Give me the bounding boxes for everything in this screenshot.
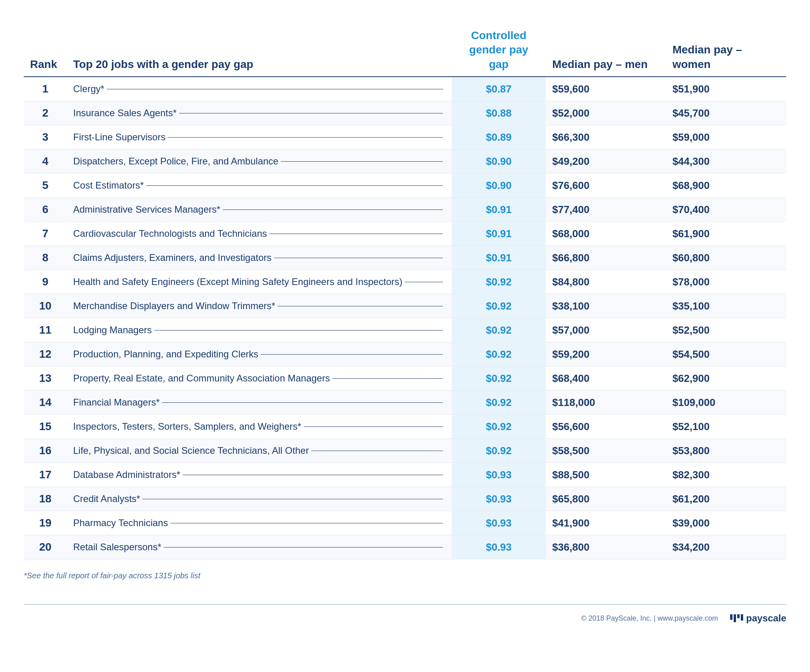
gap-cell: $0.92 [452, 294, 546, 318]
job-cell: Cost Estimators* [67, 174, 452, 198]
table-row: 7Cardiovascular Technologists and Techni… [24, 222, 786, 246]
rank-cell: 12 [24, 342, 67, 366]
table-row: 15Inspectors, Testers, Sorters, Samplers… [24, 415, 786, 439]
job-cell: First-Line Supervisors [67, 125, 452, 149]
job-name-text: Administrative Services Managers* [73, 204, 220, 215]
job-name-text: Credit Analysts* [73, 493, 140, 504]
men-pay-cell: $88,500 [546, 463, 666, 487]
job-dots [164, 547, 443, 547]
job-dots [281, 161, 443, 162]
rank-cell: 3 [24, 125, 67, 149]
women-pay-cell: $61,900 [666, 222, 786, 246]
table-row: 13Property, Real Estate, and Community A… [24, 366, 786, 391]
gap-cell: $0.92 [452, 415, 546, 439]
rank-cell: 15 [24, 415, 67, 439]
table-row: 18Credit Analysts*$0.93$65,800$61,200 [24, 487, 786, 511]
rank-cell: 9 [24, 270, 67, 294]
men-pay-cell: $66,800 [546, 246, 666, 270]
job-dots [332, 378, 443, 379]
men-pay-cell: $77,400 [546, 198, 666, 222]
gap-cell: $0.87 [452, 77, 546, 101]
women-pay-cell: $52,100 [666, 415, 786, 439]
gap-cell: $0.92 [452, 439, 546, 463]
men-pay-cell: $57,000 [546, 318, 666, 342]
men-pay-cell: $41,900 [546, 511, 666, 535]
rank-cell: 13 [24, 366, 67, 391]
gap-cell: $0.92 [452, 270, 546, 294]
job-name-text: Life, Physical, and Social Science Techn… [73, 445, 309, 456]
men-pay-cell: $66,300 [546, 125, 666, 149]
job-cell: Lodging Managers [67, 318, 452, 342]
job-name-text: Claims Adjusters, Examiners, and Investi… [73, 252, 272, 263]
gap-cell: $0.90 [452, 149, 546, 174]
women-pay-cell: $70,400 [666, 198, 786, 222]
job-cell: Property, Real Estate, and Community Ass… [67, 366, 452, 391]
gap-cell: $0.91 [452, 246, 546, 270]
payscale-icon [730, 614, 743, 622]
rank-cell: 14 [24, 391, 67, 415]
gap-cell: $0.91 [452, 198, 546, 222]
job-name-text: Cardiovascular Technologists and Technic… [73, 228, 267, 239]
women-pay-cell: $53,800 [666, 439, 786, 463]
job-cell: Clergy* [67, 77, 452, 101]
women-pay-cell: $34,200 [666, 535, 786, 559]
rank-cell: 18 [24, 487, 67, 511]
men-pay-cell: $118,000 [546, 391, 666, 415]
job-dots [170, 523, 443, 523]
job-dots [311, 451, 443, 451]
job-cell: Database Administrators* [67, 463, 452, 487]
men-pay-cell: $52,000 [546, 101, 666, 125]
rank-cell: 5 [24, 174, 67, 198]
gap-cell: $0.93 [452, 535, 546, 559]
table-row: 12Production, Planning, and Expediting C… [24, 342, 786, 366]
table-row: 17Database Administrators*$0.93$88,500$8… [24, 463, 786, 487]
job-name-text: Pharmacy Technicians [73, 517, 168, 529]
job-cell: Production, Planning, and Expediting Cle… [67, 342, 452, 366]
job-dots [162, 402, 443, 403]
job-name-text: Health and Safety Engineers (Except Mini… [73, 276, 402, 287]
job-cell: Financial Managers* [67, 391, 452, 415]
job-dots [269, 234, 443, 234]
men-pay-cell: $68,400 [546, 366, 666, 391]
job-name-text: Financial Managers* [73, 397, 160, 408]
main-container: Rank Top 20 jobs with a gender pay gap C… [24, 16, 786, 632]
table-row: 6Administrative Services Managers*$0.91$… [24, 198, 786, 222]
table-row: 4Dispatchers, Except Police, Fire, and A… [24, 149, 786, 174]
bar3 [737, 614, 740, 618]
gap-cell: $0.90 [452, 174, 546, 198]
rank-cell: 16 [24, 439, 67, 463]
men-pay-cell: $49,200 [546, 149, 666, 174]
job-name-text: Lodging Managers [73, 325, 152, 336]
rank-cell: 10 [24, 294, 67, 318]
job-cell: Inspectors, Testers, Sorters, Samplers, … [67, 415, 452, 439]
women-pay-cell: $51,900 [666, 77, 786, 101]
men-pay-cell: $59,200 [546, 342, 666, 366]
job-dots [179, 113, 443, 113]
table-row: 2Insurance Sales Agents*$0.88$52,000$45,… [24, 101, 786, 125]
women-pay-cell: $60,800 [666, 246, 786, 270]
table-row: 11Lodging Managers$0.92$57,000$52,500 [24, 318, 786, 342]
women-pay-cell: $39,000 [666, 511, 786, 535]
job-name-text: Property, Real Estate, and Community Ass… [73, 373, 330, 384]
women-pay-header: Median pay – women [666, 24, 786, 77]
rank-header: Rank [24, 24, 67, 77]
men-pay-cell: $36,800 [546, 535, 666, 559]
job-cell: Cardiovascular Technologists and Technic… [67, 222, 452, 246]
job-name-text: Clergy* [73, 83, 104, 94]
gap-header: Controlled gender pay gap [452, 24, 546, 77]
job-name-text: Dispatchers, Except Police, Fire, and Am… [73, 156, 278, 167]
rank-cell: 11 [24, 318, 67, 342]
men-pay-cell: $58,500 [546, 439, 666, 463]
rank-cell: 6 [24, 198, 67, 222]
women-pay-cell: $52,500 [666, 318, 786, 342]
job-name-text: Retail Salespersons* [73, 542, 161, 553]
rank-cell: 17 [24, 463, 67, 487]
job-dots [304, 427, 443, 427]
gap-cell: $0.92 [452, 391, 546, 415]
women-pay-cell: $82,300 [666, 463, 786, 487]
job-cell: Retail Salespersons* [67, 535, 452, 559]
job-name-text: First-Line Supervisors [73, 132, 165, 143]
women-pay-cell: $59,000 [666, 125, 786, 149]
gap-cell: $0.92 [452, 318, 546, 342]
gap-cell: $0.88 [452, 101, 546, 125]
